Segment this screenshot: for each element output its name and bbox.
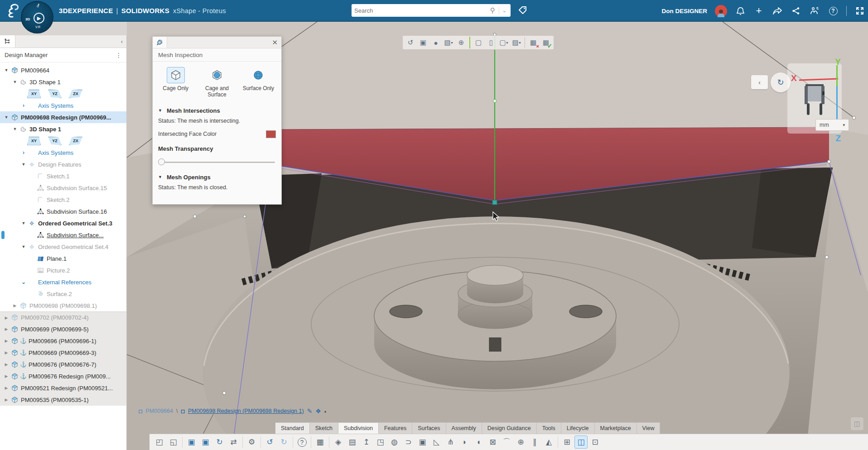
inset-frame-button[interactable]: ▣ bbox=[416, 436, 429, 449]
tree-item-pm009696[interactable]: ▶⚓PM009696 (PM009696-1) bbox=[0, 335, 126, 347]
rotate-view-button[interactable]: ↺ bbox=[405, 37, 416, 48]
plane-icon-zx[interactable]: ZX bbox=[69, 90, 82, 98]
people-icon[interactable] bbox=[809, 5, 820, 16]
tree-planes-row-2[interactable]: XYYZZX bbox=[0, 135, 126, 147]
tree-expand-arrow-icon[interactable]: ▼ bbox=[11, 80, 19, 84]
round-primitive-button[interactable]: ◍ bbox=[388, 436, 401, 449]
breadcrumb-root-link[interactable]: PM009664 bbox=[145, 408, 173, 414]
slider-knob[interactable] bbox=[158, 158, 165, 165]
tab-assembly[interactable]: Assembly bbox=[446, 422, 482, 434]
tree-expand-arrow-icon[interactable]: ⌄ bbox=[20, 279, 27, 285]
tree-expand-arrow-icon[interactable]: ▼ bbox=[20, 162, 27, 167]
curved-patch-button[interactable]: ◗ bbox=[458, 436, 471, 449]
plane-icon-yz[interactable]: YZ bbox=[48, 137, 62, 145]
panel-menu-icon[interactable]: ⋮ bbox=[116, 52, 122, 59]
center-view-button[interactable]: ⊕ bbox=[455, 37, 467, 48]
tree-item-sketch2[interactable]: Sketch.2 bbox=[0, 194, 126, 206]
tree-item-3dshape1[interactable]: ▼3D Shape 1 bbox=[0, 76, 126, 88]
breadcrumb-current-link[interactable]: PM009698 Redesign (PM009698 Redesign 1) bbox=[188, 408, 304, 414]
tree-item-pm009664[interactable]: ▼PM009664 bbox=[0, 64, 126, 76]
tree-item-ordered-geometrical-set3[interactable]: ▼❖Ordered Geometrical Set.3 bbox=[0, 217, 126, 229]
view-orientation-button[interactable]: ▧▾ bbox=[443, 37, 454, 48]
edit-icon[interactable]: ✎ bbox=[307, 407, 313, 415]
forward-icon[interactable] bbox=[772, 5, 783, 16]
tree-item-3dshape1-2[interactable]: ▼3D Shape 1 bbox=[0, 123, 126, 135]
collapse-arrow-icon[interactable]: ▼ bbox=[158, 175, 162, 179]
tree-expand-arrow-icon[interactable]: ▼ bbox=[11, 127, 19, 131]
tree-expand-arrow-icon[interactable]: ▶ bbox=[3, 397, 10, 402]
user-name[interactable]: Don DESIGNER bbox=[661, 8, 707, 14]
tree-item-pm009699[interactable]: ▶PM009699 (PM009699-5) bbox=[0, 323, 126, 335]
tab-lifecycle[interactable]: Lifecycle bbox=[561, 422, 595, 434]
tree-expand-arrow-icon[interactable]: ▶ bbox=[3, 327, 10, 331]
selection-filter-button[interactable]: ▢▾ bbox=[498, 37, 510, 48]
tree-planes-row[interactable]: XYYZZX bbox=[0, 88, 126, 100]
mesh-inspection-tab[interactable] bbox=[153, 37, 167, 48]
fullscreen-icon[interactable] bbox=[854, 5, 865, 16]
previous-view-button[interactable]: ‹ bbox=[751, 75, 768, 89]
tree-item-pm009698-1[interactable]: ▶PM009698 (PM009698.1) bbox=[0, 300, 126, 311]
open-part-button[interactable]: ◱ bbox=[167, 436, 180, 449]
tree-item-pm009702[interactable]: ▶PM009702 (PM009702-4) bbox=[0, 311, 126, 323]
tree-item-sketch1[interactable]: Sketch.1 bbox=[0, 170, 126, 182]
settings-button[interactable]: ⚙ bbox=[245, 436, 258, 449]
transparency-slider[interactable] bbox=[159, 158, 275, 166]
grid-box-button[interactable]: ▤ bbox=[346, 436, 359, 449]
shaded-view-button[interactable]: ● bbox=[430, 37, 442, 48]
avatar[interactable] bbox=[715, 5, 727, 17]
search-input[interactable] bbox=[354, 7, 488, 14]
plane-icon-xy[interactable]: XY bbox=[27, 137, 41, 145]
split-solid-button[interactable]: ◖ bbox=[472, 436, 485, 449]
mesh-intersections-section[interactable]: ▼ Mesh Intersections bbox=[153, 102, 281, 116]
tab-surfaces[interactable]: Surfaces bbox=[412, 422, 446, 434]
tab-subdivision[interactable]: Subdivision bbox=[338, 422, 379, 434]
search-icon[interactable]: ⚲ bbox=[490, 6, 495, 14]
tab-sketch[interactable]: Sketch bbox=[310, 422, 338, 434]
tree-expand-arrow-icon[interactable]: ▼ bbox=[20, 221, 27, 225]
tab-features[interactable]: Features bbox=[379, 422, 412, 434]
select-tool-button[interactable]: ▢ bbox=[473, 37, 484, 48]
reject-mesh-button[interactable]: ▦× bbox=[527, 37, 539, 48]
tree-expand-arrow-icon[interactable]: ▶ bbox=[3, 362, 10, 367]
tree-item-pm009521-redesign[interactable]: ▶PM009521 Redesign (PM009521... bbox=[0, 382, 126, 394]
tag-button[interactable] bbox=[516, 4, 530, 17]
add-icon[interactable]: + bbox=[753, 5, 764, 16]
surface-only-mode-button[interactable]: Surface Only bbox=[240, 67, 277, 98]
section-plane-button[interactable]: ▯ bbox=[485, 37, 497, 48]
tree-item-pm009535[interactable]: ▶PM009535 (PM009535-1) bbox=[0, 394, 126, 406]
extrude-face-button[interactable]: ↥ bbox=[360, 436, 373, 449]
tree-item-axis-systems[interactable]: ›Axis Systems bbox=[0, 100, 126, 111]
flip-surface-button[interactable]: ◭ bbox=[542, 436, 555, 449]
delete-face-button[interactable]: ⊠ bbox=[486, 436, 499, 449]
accept-mesh-button[interactable]: ▦✓ bbox=[540, 37, 552, 48]
cage-only-mode-button[interactable]: Cage Only bbox=[157, 67, 194, 98]
move-face-button[interactable]: ◳ bbox=[374, 436, 387, 449]
intersecting-face-swatch[interactable] bbox=[266, 130, 276, 138]
tree-item-surface2[interactable]: Surface.2 bbox=[0, 288, 126, 300]
features-icon[interactable]: ❖ bbox=[315, 407, 321, 415]
tree-expand-arrow-icon[interactable]: ▶ bbox=[3, 374, 10, 378]
plane-icon-zx[interactable]: ZX bbox=[69, 137, 82, 145]
redo-button[interactable]: ↻ bbox=[277, 436, 290, 449]
tree-item-plane1[interactable]: Plane.1 bbox=[0, 253, 126, 264]
notifications-icon[interactable] bbox=[735, 5, 746, 16]
tab-view[interactable]: View bbox=[637, 422, 661, 434]
sphere-transform-button[interactable]: ⊕ bbox=[514, 436, 527, 449]
multi-section-button[interactable]: ⋔ bbox=[444, 436, 457, 449]
tab-marketplace[interactable]: Marketplace bbox=[595, 422, 637, 434]
tree-expand-arrow-icon[interactable]: ▶ bbox=[3, 350, 10, 355]
tree-view-tab[interactable] bbox=[0, 35, 15, 48]
tree-item-picture2[interactable]: Picture.2 bbox=[0, 264, 126, 276]
help-button[interactable]: ? bbox=[295, 436, 309, 449]
tree-item-external-references[interactable]: ⌄External References bbox=[0, 276, 126, 288]
undo-button[interactable]: ↺ bbox=[263, 436, 276, 449]
share-icon[interactable] bbox=[791, 5, 801, 16]
display-style-button[interactable]: ▨▾ bbox=[511, 37, 522, 48]
units-dropdown[interactable]: mm ▾ bbox=[815, 119, 849, 131]
tree-item-axis-systems-2[interactable]: ›Axis Systems bbox=[0, 147, 126, 158]
symmetry-button[interactable]: ◫ bbox=[574, 436, 588, 449]
tree-item-subdivision-surface-current[interactable]: Subdivision Surface... bbox=[0, 229, 126, 241]
tree-item-subdivision-surface-15[interactable]: Subdivision Surface.15 bbox=[0, 182, 126, 194]
twist-button[interactable]: ∥ bbox=[528, 436, 541, 449]
tree-item-ordered-geometrical-set4[interactable]: ▼❖Ordered Geometrical Set.4 bbox=[0, 241, 126, 253]
